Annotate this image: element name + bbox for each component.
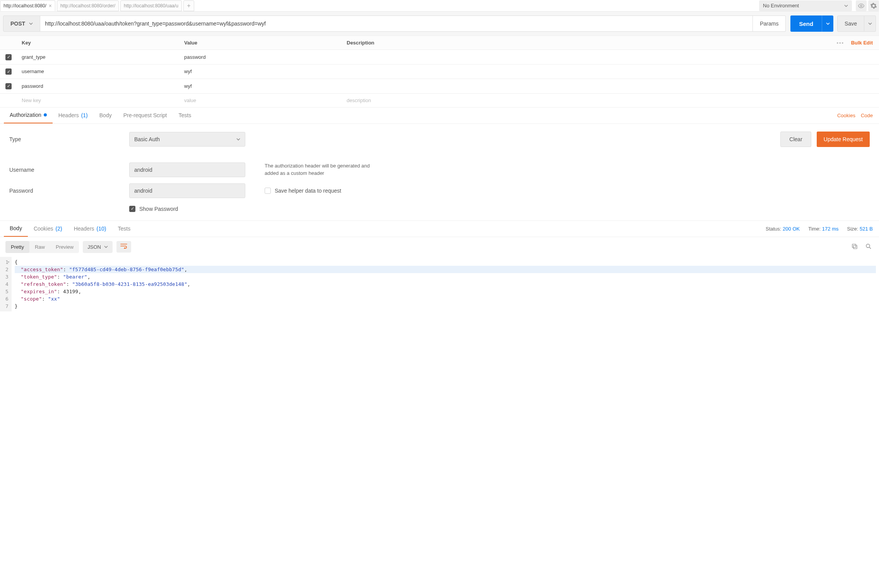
more-icon[interactable]: ••• bbox=[836, 40, 844, 46]
auth-type-label: Type bbox=[9, 136, 129, 142]
active-dot-icon bbox=[44, 113, 47, 116]
tab-label: http://localhost:8080/ bbox=[3, 3, 46, 9]
params-desc-header: Description bbox=[342, 36, 578, 50]
chevron-down-icon bbox=[104, 245, 108, 249]
update-request-button[interactable]: Update Request bbox=[817, 132, 870, 147]
tab-label: Headers bbox=[58, 112, 79, 118]
param-value[interactable]: wyf bbox=[180, 64, 342, 79]
table-row: ✓ password wyf bbox=[0, 79, 879, 94]
method-label: POST bbox=[10, 21, 25, 27]
search-icon[interactable] bbox=[864, 241, 874, 253]
tab-label: http://localhost:8080/uaa/u bbox=[124, 3, 178, 9]
headers-count: (10) bbox=[97, 226, 106, 232]
add-tab-button[interactable]: + bbox=[183, 0, 194, 11]
params-value-header: Value bbox=[180, 36, 342, 50]
auth-helper-text: The authorization header will be generat… bbox=[265, 162, 373, 176]
copy-icon[interactable] bbox=[850, 241, 860, 253]
status-meta: Status: 200 OK bbox=[766, 226, 800, 232]
param-key[interactable]: username bbox=[17, 64, 180, 79]
checkbox[interactable]: ✓ bbox=[5, 83, 12, 89]
tab-tests[interactable]: Tests bbox=[173, 107, 197, 123]
password-field[interactable] bbox=[129, 183, 245, 198]
params-table: Key Value Description ••• Bulk Edit ✓ gr… bbox=[0, 36, 879, 108]
wrap-icon[interactable] bbox=[116, 241, 131, 253]
gear-icon[interactable] bbox=[868, 0, 879, 11]
auth-type-value: Basic Auth bbox=[134, 136, 160, 142]
cookies-count: (2) bbox=[56, 226, 62, 232]
chevron-down-icon bbox=[29, 22, 33, 26]
size-meta: Size: 521 B bbox=[847, 226, 873, 232]
cookies-link[interactable]: Cookies bbox=[837, 113, 855, 118]
new-desc-input[interactable]: description bbox=[342, 93, 879, 107]
url-input[interactable] bbox=[40, 15, 753, 32]
tab-2[interactable]: http://localhost:8080/uaa/u bbox=[120, 0, 182, 11]
username-field[interactable] bbox=[129, 162, 245, 177]
chevron-down-icon bbox=[868, 22, 872, 26]
bulk-edit-link[interactable]: Bulk Edit bbox=[851, 40, 873, 46]
tab-headers[interactable]: Headers (1) bbox=[53, 107, 94, 123]
environment-label: No Environment bbox=[763, 3, 799, 9]
resp-tab-body[interactable]: Body bbox=[4, 220, 28, 237]
show-password-checkbox[interactable]: ✓ bbox=[129, 206, 135, 212]
resp-tab-cookies[interactable]: Cookies (2) bbox=[28, 220, 68, 237]
table-row-new: New key value description bbox=[0, 93, 879, 107]
tab-1[interactable]: http://localhost:8080/order/ bbox=[57, 0, 119, 11]
format-dropdown[interactable]: JSON bbox=[83, 241, 113, 253]
clear-button[interactable]: Clear bbox=[780, 132, 811, 147]
svg-point-0 bbox=[860, 5, 862, 7]
view-mode-group: Pretty Raw Preview bbox=[5, 241, 79, 253]
format-label: JSON bbox=[87, 244, 101, 250]
tab-label: Cookies bbox=[34, 226, 53, 232]
resp-tab-tests[interactable]: Tests bbox=[112, 220, 136, 237]
new-value-input[interactable]: value bbox=[180, 93, 342, 107]
table-row: ✓ grant_type password bbox=[0, 50, 879, 65]
param-key[interactable]: password bbox=[17, 79, 180, 94]
tab-label: http://localhost:8080/order/ bbox=[60, 3, 115, 9]
params-button[interactable]: Params bbox=[753, 15, 786, 32]
chevron-down-icon bbox=[844, 4, 848, 8]
params-key-header: Key bbox=[17, 36, 180, 50]
eye-icon[interactable] bbox=[856, 0, 867, 11]
tab-label: Headers bbox=[74, 226, 94, 232]
checkbox[interactable]: ✓ bbox=[5, 54, 12, 60]
send-button[interactable]: Send bbox=[790, 15, 822, 32]
send-dropdown[interactable] bbox=[822, 15, 833, 32]
table-row: ✓ username wyf bbox=[0, 64, 879, 79]
param-desc[interactable] bbox=[342, 64, 879, 79]
save-dropdown[interactable] bbox=[864, 15, 876, 32]
param-desc[interactable] bbox=[342, 79, 879, 94]
pretty-pill[interactable]: Pretty bbox=[5, 241, 29, 253]
svg-rect-2 bbox=[852, 244, 856, 248]
auth-type-dropdown[interactable]: Basic Auth bbox=[129, 132, 245, 147]
code-link[interactable]: Code bbox=[861, 113, 873, 118]
method-dropdown[interactable]: POST bbox=[3, 15, 40, 32]
tab-label: Authorization bbox=[10, 112, 41, 118]
param-key[interactable]: grant_type bbox=[17, 50, 180, 65]
svg-rect-1 bbox=[853, 245, 857, 249]
chevron-down-icon bbox=[826, 22, 830, 26]
chevron-down-icon bbox=[236, 137, 240, 141]
environment-dropdown[interactable]: No Environment bbox=[759, 0, 852, 11]
close-icon[interactable]: × bbox=[49, 3, 52, 9]
param-desc[interactable] bbox=[342, 50, 879, 65]
save-helper-label: Save helper data to request bbox=[275, 188, 341, 194]
response-body-view: 1234567 { "access_token": "f577d485-cd49… bbox=[0, 257, 879, 311]
svg-point-3 bbox=[866, 244, 870, 248]
tab-0[interactable]: http://localhost:8080/ × bbox=[0, 0, 55, 11]
time-meta: Time: 172 ms bbox=[808, 226, 838, 232]
param-value[interactable]: password bbox=[180, 50, 342, 65]
preview-pill[interactable]: Preview bbox=[50, 241, 79, 253]
resp-tab-headers[interactable]: Headers (10) bbox=[68, 220, 112, 237]
tab-authorization[interactable]: Authorization bbox=[4, 107, 53, 123]
checkbox[interactable]: ✓ bbox=[5, 68, 12, 75]
tab-body[interactable]: Body bbox=[94, 107, 118, 123]
headers-count: (1) bbox=[81, 112, 88, 118]
new-key-input[interactable]: New key bbox=[17, 93, 180, 107]
raw-pill[interactable]: Raw bbox=[29, 241, 50, 253]
username-label: Username bbox=[9, 167, 129, 173]
tab-prerequest[interactable]: Pre-request Script bbox=[118, 107, 173, 123]
save-helper-checkbox[interactable] bbox=[265, 188, 271, 194]
param-value[interactable]: wyf bbox=[180, 79, 342, 94]
show-password-label: Show Password bbox=[139, 206, 178, 212]
save-button[interactable]: Save bbox=[837, 15, 864, 32]
